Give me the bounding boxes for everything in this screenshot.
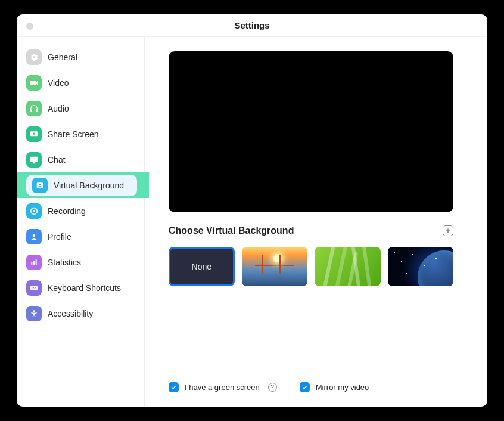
titlebar: Settings [17,14,487,37]
sidebar-item-label: Video [48,78,69,88]
mirror-video-label: Mirror my video [316,383,369,392]
svg-point-14 [33,310,35,312]
sidebar-item-label: Keyboard Shortcuts [48,283,121,293]
svg-point-4 [33,210,35,212]
virtual-bg-icon [32,178,48,193]
chat-icon [26,152,42,168]
mirror-video-option: Mirror my video [300,382,369,392]
sidebar-item-keyboard-shortcuts[interactable]: Keyboard Shortcuts [20,275,141,301]
svg-rect-6 [31,262,32,265]
svg-point-5 [33,234,36,237]
sidebar-item-video[interactable]: Video [20,70,141,95]
profile-icon [26,229,42,244]
help-icon[interactable]: ? [268,383,277,392]
section-title: Choose Virtual Background [169,225,294,236]
sidebar: General Video Audio Share Screen [17,37,145,407]
sidebar-item-virtual-background[interactable]: Virtual Background [17,172,149,198]
gear-icon [26,49,42,65]
share-screen-icon [26,126,42,142]
sidebar-item-audio[interactable]: Audio [20,95,141,121]
svg-rect-11 [33,287,34,287]
sidebar-item-general[interactable]: General [20,44,141,70]
sidebar-item-label: Recording [48,206,86,216]
sidebar-item-recording[interactable]: Recording [20,198,141,224]
window-body: General Video Audio Share Screen [17,37,487,407]
section-header: Choose Virtual Background [169,225,453,236]
bg-option-space[interactable] [388,247,453,286]
headphones-icon [26,101,42,116]
sidebar-item-label: Virtual Background [54,181,124,190]
green-screen-checkbox[interactable] [169,382,179,392]
mirror-video-checkbox[interactable] [300,382,310,392]
close-traffic-light[interactable] [26,23,33,30]
add-background-button[interactable] [443,225,453,236]
svg-rect-12 [35,287,35,287]
green-screen-option: I have a green screen ? [169,382,277,392]
record-icon [26,203,42,219]
sidebar-item-label: Profile [48,232,71,242]
bg-option-bridge[interactable] [242,247,307,286]
sidebar-item-label: General [48,52,77,62]
accessibility-icon [26,306,42,321]
svg-rect-7 [33,261,35,265]
sidebar-item-chat[interactable]: Chat [20,147,141,172]
camera-icon [26,75,42,91]
sidebar-item-label: Statistics [48,258,81,267]
sidebar-item-label: Chat [48,155,66,165]
sidebar-item-profile[interactable]: Profile [20,224,141,249]
bg-option-grass[interactable] [315,247,380,286]
svg-rect-8 [36,259,37,265]
sidebar-item-statistics[interactable]: Statistics [20,249,141,275]
bg-option-none[interactable]: None [169,247,235,286]
sidebar-item-label: Share Screen [48,129,99,139]
sidebar-item-share-screen[interactable]: Share Screen [20,121,141,147]
svg-point-2 [39,184,41,185]
bg-option-label: None [192,262,211,271]
video-preview [169,51,453,212]
green-screen-label: I have a green screen [185,383,260,392]
content-pane: Choose Virtual Background None I [145,37,487,407]
window-title: Settings [17,20,487,30]
svg-rect-10 [32,287,32,287]
keyboard-icon [26,280,42,296]
stats-icon [26,255,42,270]
footer-options: I have a green screen ? Mirror my video [169,382,466,395]
background-options: None [169,247,453,286]
settings-window: Settings General Video Audio [17,14,487,407]
sidebar-item-accessibility[interactable]: Accessibility [20,301,141,326]
svg-rect-13 [32,288,35,289]
sidebar-item-label: Audio [48,104,69,113]
sidebar-item-label: Accessibility [48,309,93,318]
